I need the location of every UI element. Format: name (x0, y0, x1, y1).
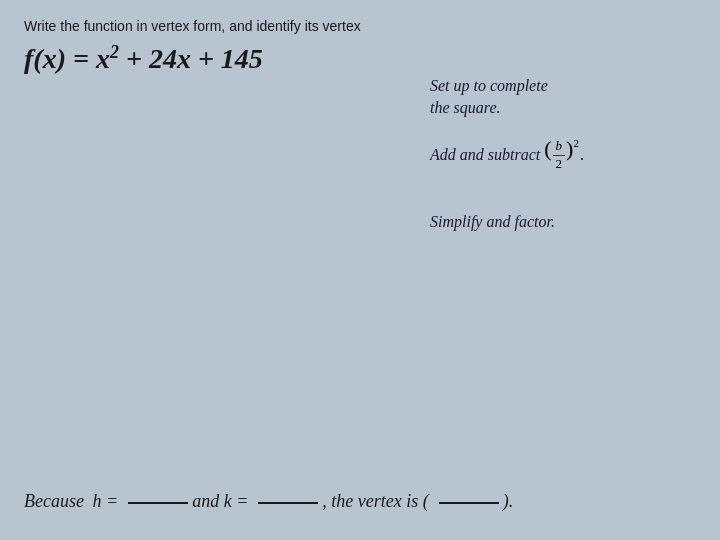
vertex-close-label: ). (503, 491, 514, 512)
vertex-blank1 (439, 500, 499, 504)
main-container: Write the function in vertex form, and i… (0, 0, 720, 540)
k-blank (258, 500, 318, 504)
step2-fraction-expr: ( b 2 ) 2 (544, 138, 579, 173)
step3-hint: Simplify and factor. (430, 213, 690, 231)
step1-hint: Set up to complete the square. (430, 75, 690, 120)
h-blank (128, 500, 188, 504)
because-label: Because (24, 491, 84, 512)
bottom-row: Because h = and k = , the vertex is ( ). (24, 491, 696, 512)
and-k-label: and k = (192, 491, 248, 512)
equation-display: f(x) = x2 + 24x + 145 (24, 42, 696, 75)
h-label: h = (92, 491, 118, 512)
step2-hint-row: Add and subtract ( b 2 ) 2 . (430, 138, 690, 173)
step2-label: Add and subtract (430, 146, 540, 164)
hints-panel: Set up to complete the square. Add and s… (430, 75, 690, 251)
vertex-label: , the vertex is ( (322, 491, 428, 512)
instruction-text: Write the function in vertex form, and i… (24, 18, 696, 34)
